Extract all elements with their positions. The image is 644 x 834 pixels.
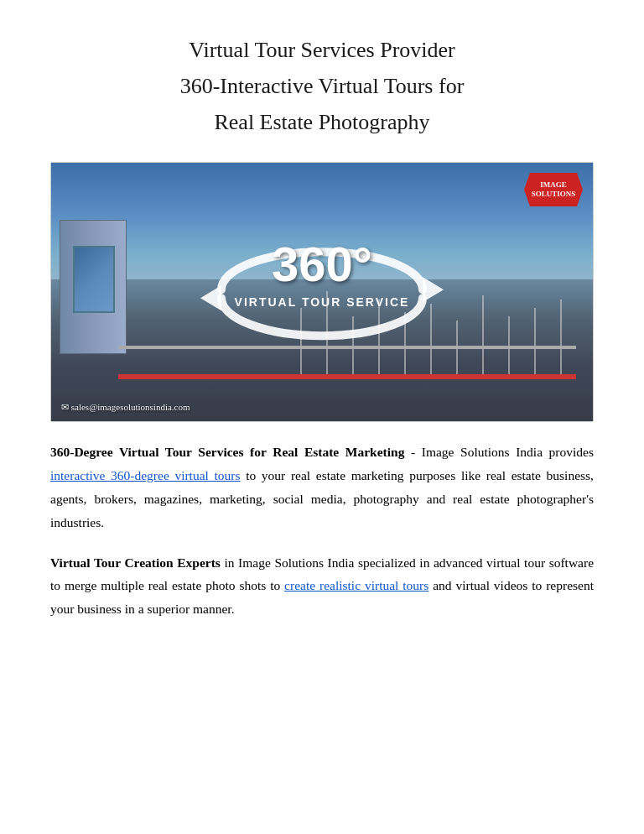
logo-text: IMAGE SOLUTIONS [532, 180, 576, 199]
building-left [60, 220, 127, 354]
page-container: Virtual Tour Services Provider 360-Inter… [50, 34, 594, 621]
paragraph-1: 360-Degree Virtual Tour Services for Rea… [50, 440, 594, 534]
logo-badge: IMAGE SOLUTIONS [524, 173, 583, 206]
svg-text:VIRTUAL TOUR SERVICE: VIRTUAL TOUR SERVICE [235, 295, 410, 309]
building-window [73, 246, 115, 313]
para1-dash: - Image Solutions India provides [404, 445, 594, 459]
railing-bottom-bar [118, 374, 576, 379]
svg-text:360°: 360° [272, 237, 372, 291]
title-section: Virtual Tour Services Provider 360-Inter… [50, 34, 594, 138]
para1-link[interactable]: interactive 360-degree virtual tours [50, 468, 241, 482]
svg-marker-1 [200, 285, 221, 310]
paragraph-2: Virtual Tour Creation Experts in Image S… [50, 551, 594, 622]
image-email: ✉ sales@imagesolutionsindia.com [61, 402, 190, 413]
hero-image: 360° VIRTUAL TOUR SERVICE IMAGE SOLUTION… [50, 162, 594, 422]
para1-bold: 360-Degree Virtual Tour Services for Rea… [50, 445, 404, 459]
title-line-2: 360-Interactive Virtual Tours for [50, 70, 594, 102]
title-line-3: Real Estate Photography [50, 106, 594, 138]
title-line-1: Virtual Tour Services Provider [50, 34, 594, 66]
para2-bold: Virtual Tour Creation Experts [50, 555, 221, 570]
para2-link[interactable]: create realistic virtual tours [284, 578, 428, 592]
railing [118, 346, 576, 379]
virtual-tour-graphic: 360° VIRTUAL TOUR SERVICE [171, 231, 473, 348]
